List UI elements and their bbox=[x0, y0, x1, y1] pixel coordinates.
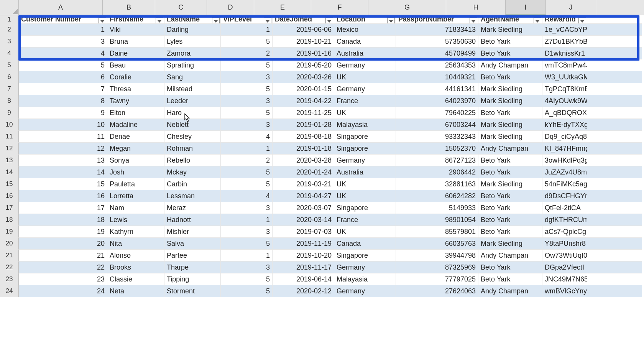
cell-lastname[interactable]: Neblett bbox=[164, 119, 221, 131]
cell-viplevel[interactable]: 3 bbox=[221, 202, 273, 214]
cell-viplevel[interactable]: 5 bbox=[221, 273, 273, 285]
cell[interactable] bbox=[587, 262, 642, 273]
cell[interactable] bbox=[587, 59, 642, 71]
cell-datejoined[interactable]: 2020-03-14 bbox=[273, 214, 334, 226]
cell-passport[interactable]: 39944798 bbox=[396, 250, 478, 262]
row-number[interactable]: 11 bbox=[0, 131, 19, 143]
cell-agent[interactable]: Mark Siedling bbox=[478, 95, 542, 107]
row-number[interactable]: 10 bbox=[0, 119, 19, 131]
cell-passport[interactable]: 86727123 bbox=[396, 155, 478, 166]
cell-lastname[interactable]: Leeder bbox=[164, 95, 221, 107]
cell-location[interactable]: Malayasia bbox=[334, 273, 396, 285]
cell[interactable] bbox=[587, 202, 642, 214]
cell-agent[interactable]: Mark Siedling bbox=[478, 119, 542, 131]
cell-viplevel[interactable]: 5 bbox=[221, 285, 273, 297]
row-number[interactable]: 1 bbox=[0, 15, 19, 24]
cell-datejoined[interactable]: 2019-01-28 bbox=[273, 119, 334, 131]
cell-lastname[interactable]: Rohman bbox=[164, 143, 221, 155]
cell[interactable] bbox=[587, 15, 642, 24]
cell-location[interactable]: Canada bbox=[334, 238, 396, 250]
cell-firstname[interactable]: Nam bbox=[107, 202, 164, 214]
cell[interactable] bbox=[587, 155, 642, 166]
cell-lastname[interactable]: Sang bbox=[164, 71, 221, 83]
filter-dropdown-icon[interactable] bbox=[325, 18, 333, 24]
cell[interactable] bbox=[587, 273, 642, 285]
column-header-D[interactable]: D bbox=[207, 0, 254, 15]
cell-datejoined[interactable]: 2020-03-26 bbox=[273, 71, 334, 83]
cell-lastname[interactable]: Salva bbox=[164, 238, 221, 250]
cell-reward[interactable]: Dq9_ciCyAq8 bbox=[542, 131, 587, 143]
cell-firstname[interactable]: Viki bbox=[107, 24, 164, 36]
filter-dropdown-icon[interactable] bbox=[99, 18, 106, 24]
cell-reward[interactable]: vmTC8mPw4Jg bbox=[542, 59, 587, 71]
cell-passport[interactable]: 45709499 bbox=[396, 48, 478, 59]
cell-firstname[interactable]: Beau bbox=[107, 59, 164, 71]
cell[interactable] bbox=[587, 250, 642, 262]
cell-datejoined[interactable]: 2019-11-25 bbox=[273, 107, 334, 119]
row-number[interactable]: 17 bbox=[0, 202, 19, 214]
cell-reward[interactable]: 1e_vCACbYPY bbox=[542, 24, 587, 36]
cell-customer-number[interactable]: 23 bbox=[19, 273, 107, 285]
row-number[interactable]: 16 bbox=[0, 190, 19, 202]
cell[interactable] bbox=[587, 190, 642, 202]
cell-datejoined[interactable]: 2019-01-18 bbox=[273, 143, 334, 155]
filter-dropdown-icon[interactable] bbox=[212, 18, 220, 24]
cell-viplevel[interactable]: 2 bbox=[221, 155, 273, 166]
cell-location[interactable]: Germany bbox=[334, 155, 396, 166]
cell-viplevel[interactable]: 1 bbox=[221, 250, 273, 262]
cell[interactable] bbox=[587, 71, 642, 83]
cell-firstname[interactable]: Lewis bbox=[107, 214, 164, 226]
cell-lastname[interactable]: Partee bbox=[164, 250, 221, 262]
cell-customer-number[interactable]: 4 bbox=[19, 48, 107, 59]
cell-datejoined[interactable]: 2020-01-24 bbox=[273, 166, 334, 178]
cell-firstname[interactable]: Sonya bbox=[107, 155, 164, 166]
cell-datejoined[interactable]: 2019-07-03 bbox=[273, 226, 334, 238]
cell-lastname[interactable]: Spratling bbox=[164, 59, 221, 71]
cell-customer-number[interactable]: 17 bbox=[19, 202, 107, 214]
cell-agent[interactable]: Mark Siedling bbox=[478, 24, 542, 36]
column-header-G[interactable]: G bbox=[368, 0, 446, 15]
cell-viplevel[interactable]: 5 bbox=[221, 83, 273, 95]
cell-customer-number[interactable]: 15 bbox=[19, 178, 107, 190]
cell-viplevel[interactable]: 1 bbox=[221, 214, 273, 226]
row-number[interactable]: 24 bbox=[0, 285, 19, 297]
row-number[interactable]: 23 bbox=[0, 273, 19, 285]
row-number[interactable]: 5 bbox=[0, 59, 19, 71]
cell-firstname[interactable]: Josh bbox=[107, 166, 164, 178]
cell-passport[interactable]: 60624282 bbox=[396, 190, 478, 202]
cell-passport[interactable]: 27624063 bbox=[396, 285, 478, 297]
row-number[interactable]: 4 bbox=[0, 48, 19, 59]
cell-reward[interactable]: Z7Du1BKYbBg bbox=[542, 36, 587, 48]
cell-firstname[interactable]: Tawny bbox=[107, 95, 164, 107]
cell-reward[interactable]: d9DsCFHGYrk bbox=[542, 190, 587, 202]
cell-viplevel[interactable]: 5 bbox=[221, 166, 273, 178]
cell-viplevel[interactable]: 3 bbox=[221, 95, 273, 107]
cell-lastname[interactable]: Chesley bbox=[164, 131, 221, 143]
column-header-H[interactable]: H bbox=[446, 0, 506, 15]
cell-location[interactable]: UK bbox=[334, 190, 396, 202]
cell-agent[interactable]: Beto Yark bbox=[478, 226, 542, 238]
cell-datejoined[interactable]: 2020-03-28 bbox=[273, 155, 334, 166]
cell-datejoined[interactable]: 2019-08-18 bbox=[273, 131, 334, 143]
cell-firstname[interactable]: Coralie bbox=[107, 71, 164, 83]
cell-firstname[interactable]: Nita bbox=[107, 238, 164, 250]
filter-dropdown-icon[interactable] bbox=[470, 18, 477, 24]
cell-lastname[interactable]: Mckay bbox=[164, 166, 221, 178]
cell[interactable] bbox=[587, 48, 642, 59]
cell-location[interactable]: Australia bbox=[334, 166, 396, 178]
cell-location[interactable]: UK bbox=[334, 226, 396, 238]
cell-lastname[interactable]: Zamora bbox=[164, 48, 221, 59]
cell-datejoined[interactable]: 2020-02-12 bbox=[273, 285, 334, 297]
hdr-firstname[interactable]: FirstName bbox=[107, 15, 164, 24]
cell-passport[interactable]: 10449321 bbox=[396, 71, 478, 83]
row-number[interactable]: 19 bbox=[0, 226, 19, 238]
cell-viplevel[interactable]: 3 bbox=[221, 262, 273, 273]
cell-datejoined[interactable]: 2019-11-17 bbox=[273, 262, 334, 273]
cell[interactable] bbox=[587, 178, 642, 190]
cell-agent[interactable]: Andy Champan bbox=[478, 59, 542, 71]
hdr-passport[interactable]: PassportNumber bbox=[396, 15, 478, 24]
cell-agent[interactable]: Beto Yark bbox=[478, 214, 542, 226]
hdr-datejoined[interactable]: DateJoined bbox=[273, 15, 334, 24]
cell-passport[interactable]: 64023970 bbox=[396, 95, 478, 107]
cell-datejoined[interactable]: 2020-01-15 bbox=[273, 83, 334, 95]
